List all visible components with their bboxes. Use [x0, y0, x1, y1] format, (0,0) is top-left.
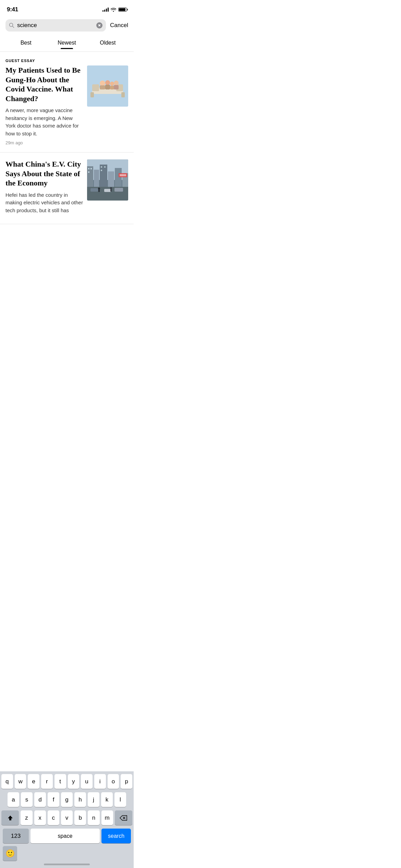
svg-rect-4	[92, 84, 99, 91]
svg-rect-18	[87, 166, 93, 187]
svg-point-8	[100, 81, 105, 86]
tab-best[interactable]: Best	[5, 37, 46, 49]
article-image	[87, 65, 128, 107]
article-title: My Patients Used to Be Gung-Ho About the…	[5, 65, 83, 103]
article-category: GUEST ESSAY	[5, 59, 128, 63]
svg-point-11	[114, 81, 119, 85]
svg-line-1	[13, 26, 14, 28]
article-summary: Hefei has led the country in making elec…	[5, 191, 83, 215]
svg-rect-19	[94, 170, 99, 187]
svg-rect-37	[110, 189, 112, 192]
articles-list: GUEST ESSAY My Patients Used to Be Gung-…	[0, 52, 134, 224]
article-item[interactable]: What China's E.V. City Says About the St…	[0, 153, 134, 224]
signal-icon	[102, 8, 109, 12]
svg-rect-29	[101, 170, 102, 171]
article-row: What China's E.V. City Says About the St…	[5, 159, 128, 217]
svg-rect-31	[90, 188, 98, 192]
search-icon	[9, 23, 14, 28]
status-time: 9:41	[7, 6, 18, 13]
svg-rect-22	[115, 168, 122, 187]
article-summary: A newer, more vague vaccine hesitancy is…	[5, 107, 83, 137]
svg-rect-25	[90, 168, 92, 169]
svg-rect-7	[121, 92, 125, 97]
article-time: 29m ago	[5, 140, 83, 145]
svg-point-9	[105, 80, 110, 85]
svg-rect-35	[98, 189, 100, 192]
svg-rect-26	[88, 171, 89, 173]
search-bar-container: Cancel	[0, 16, 134, 34]
article-image	[87, 159, 128, 201]
svg-rect-27	[101, 166, 102, 168]
svg-rect-14	[110, 86, 114, 89]
article-title: What China's E.V. City Says About the St…	[5, 159, 83, 188]
article-thumbnail	[87, 65, 128, 107]
svg-rect-32	[104, 189, 111, 192]
status-icons	[102, 8, 127, 12]
status-bar: 9:41	[0, 0, 134, 16]
clear-button[interactable]	[96, 22, 102, 28]
article-text: What China's E.V. City Says About the St…	[5, 159, 83, 217]
tab-oldest[interactable]: Oldest	[87, 37, 128, 49]
sort-tabs: Best Newest Oldest	[0, 34, 134, 52]
battery-icon	[118, 8, 127, 12]
svg-rect-20	[100, 165, 107, 187]
article-item[interactable]: GUEST ESSAY My Patients Used to Be Gung-…	[0, 52, 134, 153]
tab-indicator	[61, 48, 73, 49]
svg-rect-39	[120, 174, 126, 176]
svg-rect-12	[100, 85, 105, 89]
svg-rect-13	[105, 85, 110, 89]
wifi-icon	[111, 8, 116, 12]
search-input-wrapper[interactable]	[5, 19, 106, 32]
svg-point-10	[110, 82, 114, 86]
cancel-button[interactable]: Cancel	[110, 22, 128, 29]
svg-rect-33	[114, 188, 123, 192]
svg-rect-28	[104, 166, 106, 168]
article-row: My Patients Used to Be Gung-Ho About the…	[5, 65, 128, 145]
svg-rect-6	[90, 92, 94, 97]
tab-newest[interactable]: Newest	[46, 37, 87, 49]
svg-rect-21	[108, 171, 114, 187]
article-text: My Patients Used to Be Gung-Ho About the…	[5, 65, 83, 145]
search-input[interactable]	[17, 22, 94, 29]
svg-rect-15	[114, 85, 119, 89]
svg-rect-24	[88, 168, 89, 169]
article-thumbnail	[87, 159, 128, 201]
